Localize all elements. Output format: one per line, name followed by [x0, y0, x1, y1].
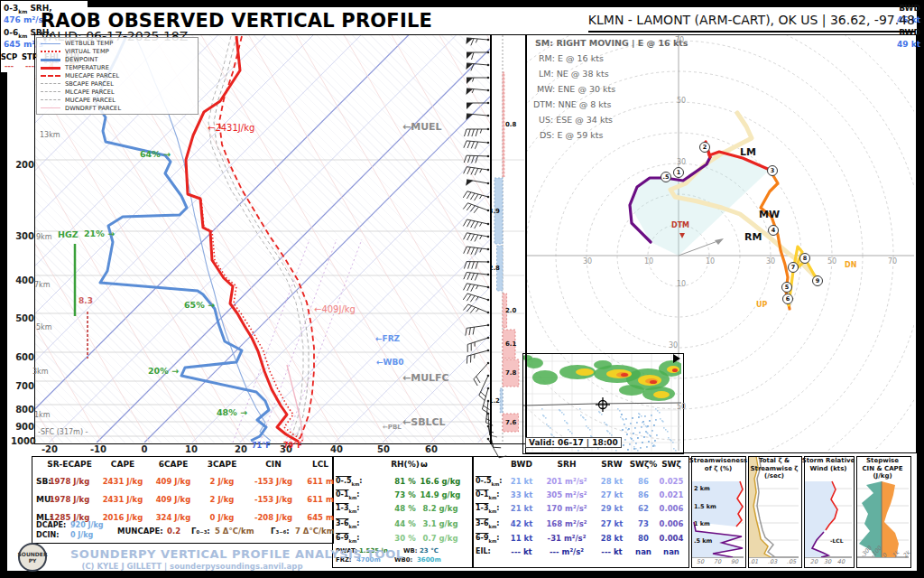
svg-text:3: 3	[771, 167, 775, 174]
skewt-annotation: ←FRZ	[375, 334, 400, 343]
svg-text:6.1: 6.1	[505, 340, 517, 348]
legend-item-label: VIRTUAL TEMP	[65, 48, 109, 55]
table-cell: MUNCAPE:	[117, 527, 163, 536]
table-cell: CIN	[265, 460, 282, 469]
storm-motion-info-line: RM: E @ 16 kts	[539, 53, 604, 63]
rm-vector-arrowhead	[715, 238, 724, 245]
mini-panel-text: Wind (kts)	[809, 465, 846, 473]
srw-fill	[805, 481, 837, 557]
legend-line-sample	[41, 107, 60, 108]
hodo-feature-label: LM	[740, 146, 756, 158]
legend-item-label: TEMPERATURE	[65, 64, 109, 71]
table-cell: SRH	[558, 460, 577, 469]
table-cell: DCIN:	[36, 531, 59, 539]
svg-text:.5: .5	[663, 173, 670, 181]
legend-item: DWNDRFT PARCEL	[41, 104, 198, 112]
surface-temp-label: 71°F	[252, 442, 271, 450]
skewt-annotation: ←SBLCL	[402, 416, 446, 428]
svg-text:7.6: 7.6	[505, 419, 517, 426]
temp-tick-label: 50	[377, 444, 390, 454]
table-cell: 11 kt	[511, 534, 533, 543]
pressure-tick-label: 500	[11, 313, 34, 323]
table-cell: 1-3km:	[336, 504, 360, 514]
pressure-tick-label: 200	[11, 160, 34, 170]
table-cell: 201 m²/s²	[546, 477, 587, 486]
legend-line-sample	[41, 51, 60, 52]
table-cell: 0.006	[660, 519, 684, 528]
table-cell: 86	[638, 477, 649, 486]
table-cell: SWζ	[661, 460, 681, 469]
table-cell: 86	[638, 490, 649, 499]
storm-motion-info-line: DS: E @ 59 kts	[540, 130, 603, 140]
mini-panel-text: 1.5 km	[694, 503, 716, 510]
table-cell: 14.9 g/kg	[420, 490, 461, 499]
table-cell: -208 J/kg	[254, 513, 292, 522]
table-cell: 3600m	[417, 556, 441, 564]
table-cell: CAPE	[111, 460, 134, 469]
table-cell: 23 °C	[420, 547, 439, 555]
temp-tick-label: 10	[185, 444, 198, 454]
hodo-ring-label: 50	[677, 97, 686, 105]
sbcape-parcel-line	[214, 36, 309, 440]
table-cell: 33 kt	[511, 490, 533, 499]
temp-tick-label: -10	[90, 444, 106, 454]
table-cell: 44 %	[394, 519, 415, 528]
table-cell: 0.7 g/kg	[423, 534, 458, 543]
table-cell: 3-6km:	[476, 519, 500, 529]
legend-item: DEWPOINT	[41, 56, 198, 64]
table-cell: Γ₀₋₃:	[191, 527, 210, 536]
table-cell: 1978 J/kg	[50, 495, 90, 504]
stepwise-cape-fill	[882, 481, 899, 557]
skewt-legend: WETBULB TEMP VIRTUAL TEMP DEWPOINT TEMPE…	[36, 37, 199, 115]
mini-panel-text: 1 km	[694, 520, 710, 527]
svg-text:7: 7	[791, 264, 796, 271]
table-cell: 2431 J/kg	[103, 495, 143, 504]
table-cell: 0.021	[660, 490, 684, 499]
temp-tick-label: 60	[425, 444, 438, 454]
legend-item: VIRTUAL TEMP	[41, 48, 198, 56]
table-cell: 409 J/kg	[156, 477, 191, 486]
storm-motion-info-line: MW: ENE @ 30 kts	[537, 84, 615, 94]
table-cell: 73 %	[394, 490, 415, 499]
mini-panel-text: Stepwise	[866, 457, 899, 465]
mini-panel-text: .01	[749, 558, 758, 565]
radar-valid-label: Valid: 06-17 | 18:00	[525, 437, 622, 448]
table-cell: 0-.5km:	[476, 477, 503, 487]
table-cell: 28 kt	[601, 477, 624, 486]
table-cell: --- kt	[601, 547, 622, 556]
red-marker-label: 8.3	[79, 296, 93, 305]
legend-item-label: WETBULB TEMP	[65, 40, 113, 47]
table-cell: 80	[638, 534, 649, 543]
footer-tool-name: SOUNDERPY VERTICAL PROFILE ANALYSIS TOOL	[70, 547, 314, 561]
hodo-feature-label: UP	[756, 301, 767, 309]
svg-text:7.8: 7.8	[505, 369, 517, 377]
legend-line-sample	[41, 67, 60, 70]
table-cell: 21 kt	[511, 504, 533, 513]
table-cell: 42 kt	[511, 519, 533, 528]
hodo-ring-label: 50	[677, 403, 686, 411]
table-cell: 645 m	[307, 513, 334, 522]
rh-annotation: 64% →	[140, 149, 171, 159]
hodo-ring-label: 30	[766, 257, 775, 266]
temp-tick-label: 20	[235, 444, 247, 454]
table-cell: SR-ECAPE	[47, 460, 92, 469]
table-cell: Γ₃₋₆:	[271, 527, 290, 536]
table-cell: 28 kt	[601, 534, 624, 543]
legend-line-sample	[41, 83, 60, 84]
table-cell: 21 kt	[511, 477, 533, 486]
legend-item: WETBULB TEMP	[41, 40, 198, 48]
table-cell: 0-1km:	[336, 490, 360, 500]
table-cell: RH(%)	[391, 460, 420, 469]
table-cell: 0 J/kg	[210, 513, 235, 522]
table-cell: 6-9km:	[476, 534, 500, 544]
hodo-ring-label: 10	[644, 257, 653, 266]
hgz-label: HGZ	[58, 229, 79, 239]
height-label: 5km	[36, 323, 52, 331]
table-cell: 0.004	[660, 534, 684, 543]
legend-line-sample	[41, 59, 60, 61]
hodo-feature-label: DN	[845, 261, 856, 269]
skewt-annotation: ←MULFC	[402, 372, 449, 384]
table-cell: -153 J/kg	[254, 477, 292, 486]
table-cell: 611 m	[307, 495, 334, 504]
rh-annotation: 48% →	[217, 407, 247, 417]
